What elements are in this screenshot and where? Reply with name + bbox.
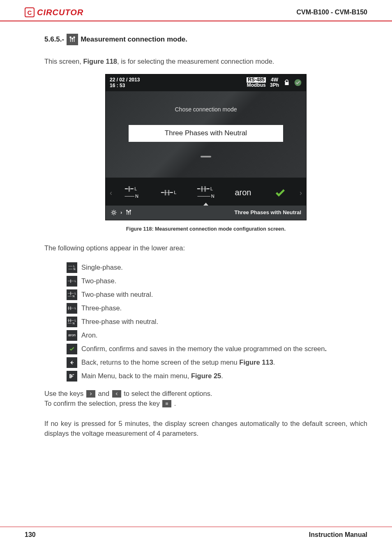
three-phase-icon: ╫╫─ L — [67, 303, 77, 314]
scroll-left-icon[interactable]: ‹ — [109, 187, 113, 198]
aron-icon: aron — [67, 330, 77, 341]
svg-point-18 — [128, 211, 129, 213]
figure-ref: Figure 113 — [239, 358, 273, 366]
list-item: ╫╫─ L── N Three-phase with neutral. — [67, 316, 367, 328]
three-phase-neutral-icon: ╫╫─ L── N — [67, 317, 77, 327]
list-item: aron Aron. — [67, 329, 367, 342]
page-footer: 130 Instruction Manual — [0, 527, 392, 539]
key-instructions: Use the keys and to select the different… — [44, 389, 367, 409]
section-title-text: Measurement connection mode. — [81, 35, 187, 45]
device-breadcrumb: › Three Phases with Neutral — [106, 206, 306, 220]
option-three-phase[interactable]: ━╫╫━L — [150, 184, 187, 201]
svg-line-15 — [112, 214, 113, 215]
option-three-phase-neutral[interactable]: ━╫╫━L────N — [187, 184, 224, 201]
device-datetime: 22 / 02 / 2013 16 : 53 — [110, 77, 242, 89]
page-header: C CIRCUTOR CVM-B100 - CVM-B150 — [0, 0, 392, 21]
option-two-phase-neutral[interactable]: ━╫━L───N — [113, 184, 150, 201]
list-item: Confirm, confirms and saves in the memor… — [67, 343, 367, 355]
list-item: ── L── N Single-phase. — [67, 261, 367, 274]
timeout-note: If no key is pressed for 5 minutes, the … — [44, 419, 367, 439]
device-wiring-label: 4W 3Ph — [270, 77, 279, 88]
breadcrumb-sep-icon: › — [120, 209, 122, 217]
page-content: 5.6.5.- Measurement connection mode. Thi… — [0, 21, 392, 439]
device-main-area: Chose connection mode Three Phases with … — [106, 91, 306, 178]
gear-icon — [111, 209, 117, 216]
list-item: ─╫─ L── N Two-phase with neutral. — [67, 289, 367, 301]
svg-point-8 — [113, 211, 115, 213]
device-selected-value: Three Phases with Neutral — [129, 125, 283, 142]
connection-mode-icon — [67, 34, 78, 45]
figure-ref: Figure 25 — [191, 372, 221, 379]
menu-key-icon — [162, 400, 171, 407]
scroll-right-icon[interactable]: › — [299, 187, 303, 198]
option-confirm[interactable] — [262, 184, 299, 201]
page-number: 130 — [25, 531, 36, 539]
figure-ref: Figure 118 — [83, 58, 117, 65]
two-phase-neutral-icon: ─╫─ L── N — [67, 289, 77, 300]
single-phase-icon: ── L── N — [67, 262, 77, 273]
brand-logo-icon: C — [25, 7, 35, 17]
connection-mode-icon — [125, 209, 132, 216]
device-option-bar: ‹ ━╫━L───N ━╫╫━L ━╫╫━L────N aron › — [106, 178, 306, 206]
device-statusbar: 22 / 02 / 2013 16 : 53 RS-485 Modbus 4W … — [106, 74, 306, 91]
option-aron[interactable]: aron — [224, 184, 261, 201]
list-item: Main Menu, back to the main menu, Figure… — [67, 370, 367, 382]
intro-text: This screen, Figure 118, is for selectin… — [44, 57, 367, 67]
breadcrumb-label: Three Phases with Neutral — [234, 209, 301, 217]
left-key-icon — [112, 390, 121, 398]
two-phase-icon: ─╫─ L — [67, 276, 77, 287]
device-comm-label: RS-485 Modbus — [247, 77, 266, 88]
device-screenshot: 22 / 02 / 2013 16 : 53 RS-485 Modbus 4W … — [105, 74, 307, 220]
lower-area-intro: The following options appear in the lowe… — [44, 243, 367, 253]
brand-name: CIRCUTOR — [37, 8, 83, 17]
svg-line-16 — [115, 210, 116, 211]
ok-badge-icon — [294, 79, 302, 87]
model-label: CVM-B100 - CVM-B150 — [297, 9, 367, 16]
device-status-icons — [283, 79, 302, 87]
lock-icon — [283, 79, 291, 86]
back-icon — [67, 357, 77, 368]
svg-point-2 — [74, 37, 75, 38]
right-key-icon — [86, 390, 95, 398]
drag-handle-icon — [201, 156, 211, 157]
svg-line-14 — [115, 214, 116, 215]
svg-point-19 — [130, 210, 131, 211]
confirm-icon — [67, 344, 77, 354]
main-menu-icon — [67, 371, 77, 382]
svg-point-0 — [70, 37, 71, 38]
list-item: ╫╫─ L Three-phase. — [67, 302, 367, 314]
footer-label: Instruction Manual — [309, 531, 367, 539]
list-item: Back, returns to the home screen of the … — [67, 356, 367, 369]
device-prompt: Chose connection mode — [106, 91, 306, 113]
svg-point-1 — [72, 38, 73, 39]
svg-line-13 — [112, 210, 113, 211]
figure-caption: Figure 118: Measurement connection mode … — [126, 225, 286, 233]
list-item: ─╫─ L Two-phase. — [67, 275, 367, 287]
svg-point-17 — [127, 210, 128, 211]
figure-118: 22 / 02 / 2013 16 : 53 RS-485 Modbus 4W … — [44, 74, 367, 233]
section-number: 5.6.5.- — [44, 35, 64, 45]
section-heading: 5.6.5.- Measurement connection mode. — [44, 34, 367, 45]
option-list: ── L── N Single-phase. ─╫─ L Two-phase. … — [67, 261, 367, 382]
brand-logo: C CIRCUTOR — [25, 7, 83, 17]
